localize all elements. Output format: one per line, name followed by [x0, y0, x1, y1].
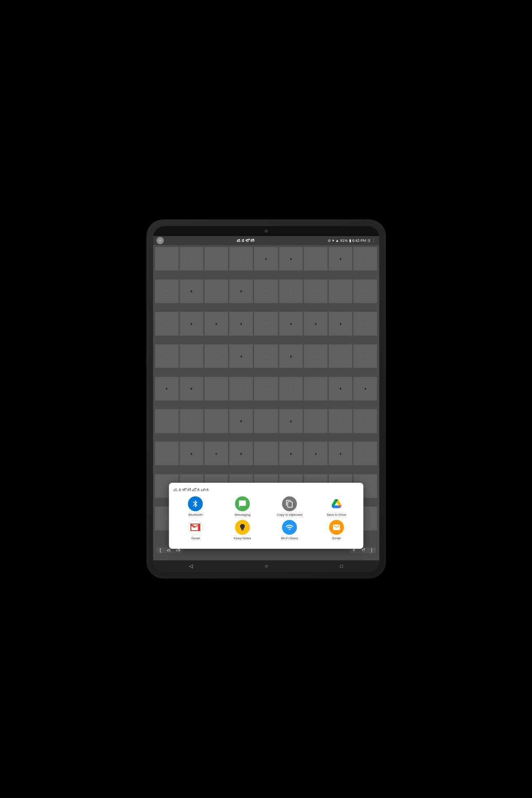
keep-icon: [239, 523, 247, 531]
grid-cell-15[interactable]: □: [304, 279, 328, 303]
grid-cell-27[interactable]: □: [155, 344, 179, 368]
gmail-icon-bg: [188, 520, 203, 535]
grid-cell-31[interactable]: □: [254, 344, 278, 368]
status-right: ⊘ ▾ ▲ 81% ▮ 6:42 PM 7 ⋮: [328, 238, 376, 243]
grid-cell-7[interactable]: ♦: [329, 247, 352, 271]
grid-cell-23[interactable]: ♦: [279, 312, 303, 335]
grid-cell-10[interactable]: ♦: [180, 279, 203, 303]
share-email[interactable]: Email: [314, 520, 358, 541]
grid-cell-2[interactable]: □: [204, 247, 228, 271]
grid-cell-59[interactable]: ♦: [279, 441, 303, 465]
grid-cell-44[interactable]: ♦: [353, 377, 377, 401]
grid-cell-38[interactable]: □: [204, 377, 228, 401]
grid-cell-42[interactable]: □: [304, 377, 328, 401]
wifi-direct-icon: [285, 523, 293, 531]
grid-cell-57[interactable]: ♦: [229, 441, 253, 465]
grid-cell-1[interactable]: □: [180, 247, 203, 271]
nav-bar: ◁ ○ □: [153, 560, 379, 572]
grid-cell-32[interactable]: ♦: [279, 344, 303, 368]
key-left-brace[interactable]: {: [156, 547, 165, 553]
share-bluetooth[interactable]: Bluetooth: [174, 496, 218, 517]
status-bar: ⊙ ಪದಶ್ರೀ ⊘ ▾ ▲ 81% ▮ 6:42 PM 7 ⋮: [153, 236, 379, 245]
grid-cell-5[interactable]: ♦: [279, 247, 303, 271]
share-drive[interactable]: Save to Drive: [314, 496, 358, 517]
grid-cell-14[interactable]: □: [279, 279, 303, 303]
home-button[interactable]: ○: [265, 563, 268, 569]
grid-cell-18[interactable]: □: [155, 312, 179, 335]
camera-dot: [265, 229, 268, 233]
grid-cell-19[interactable]: ♦: [180, 312, 203, 335]
grid-cell-34[interactable]: □: [329, 344, 352, 368]
bluetooth-icon-bg: [188, 496, 203, 511]
share-clipboard[interactable]: Copy to clipboard: [267, 496, 311, 517]
messaging-label: Messaging: [234, 513, 251, 517]
grid-cell-49[interactable]: □: [254, 409, 278, 433]
recents-button[interactable]: □: [340, 563, 343, 569]
status-left: ⊙: [156, 237, 164, 244]
grid-cell-37[interactable]: ♦: [180, 377, 203, 401]
share-row-2: Gmail Keep Notes: [174, 520, 358, 541]
device-screen: ⊙ ಪದಶ್ರೀ ⊘ ▾ ▲ 81% ▮ 6:42 PM 7 ⋮: [153, 226, 379, 572]
share-row-1: Bluetooth Messaging: [174, 496, 358, 517]
time-display: 6:42 PM: [352, 238, 366, 243]
share-messaging[interactable]: Messaging: [221, 496, 265, 517]
grid-cell-12[interactable]: ♦: [229, 279, 253, 303]
overflow-menu-icon[interactable]: ⋮: [372, 238, 376, 243]
grid-cell-55[interactable]: ♦: [180, 441, 203, 465]
grid-cell-47[interactable]: □: [204, 409, 228, 433]
messaging-icon-bg: [235, 496, 250, 511]
grid-cell-25[interactable]: ♦: [329, 312, 352, 335]
share-wifi-direct[interactable]: Wi-Fi Direct: [267, 520, 311, 541]
grid-cell-11[interactable]: □: [204, 279, 228, 303]
grid-cell-51[interactable]: □: [304, 409, 328, 433]
app-notification-icon: ⊙: [156, 237, 164, 244]
grid-cell-33[interactable]: □: [304, 344, 328, 368]
grid-cell-52[interactable]: □: [329, 409, 352, 433]
grid-cell-56[interactable]: ♦: [204, 441, 228, 465]
grid-cell-62[interactable]: □: [353, 441, 377, 465]
grid-cell-4[interactable]: ♦: [254, 247, 278, 271]
key-right-brace[interactable]: }: [368, 547, 376, 553]
grid-cell-58[interactable]: □: [254, 441, 278, 465]
drive-icon: [331, 499, 341, 509]
grid-cell-46[interactable]: □: [180, 409, 203, 433]
grid-cell-16[interactable]: □: [329, 279, 352, 303]
grid-cell-8[interactable]: □: [353, 247, 377, 271]
grid-cell-39[interactable]: □: [229, 377, 253, 401]
grid-cell-20[interactable]: ♦: [204, 312, 228, 335]
grid-cell-41[interactable]: □: [279, 377, 303, 401]
share-gmail[interactable]: Gmail: [174, 520, 218, 541]
grid-cell-43[interactable]: ♦: [329, 377, 352, 401]
share-keep[interactable]: Keep Notes: [221, 520, 265, 541]
battery-icon: ▮: [349, 238, 351, 243]
grid-cell-26[interactable]: □: [353, 312, 377, 335]
grid-cell-28[interactable]: □: [180, 344, 203, 368]
grid-cell-60[interactable]: ♦: [304, 441, 328, 465]
grid-cell-6[interactable]: □: [304, 247, 328, 271]
grid-cell-45[interactable]: □: [155, 409, 179, 433]
grid-cell-21[interactable]: ♦: [229, 312, 253, 335]
device-frame: ⊙ ಪದಶ್ರೀ ⊘ ▾ ▲ 81% ▮ 6:42 PM 7 ⋮: [147, 220, 386, 578]
email-icon-bg: [329, 520, 344, 535]
grid-cell-3[interactable]: □: [229, 247, 253, 271]
grid-cell-22[interactable]: □: [254, 312, 278, 335]
grid-cell-24[interactable]: ♦: [304, 312, 328, 335]
bluetooth-icon: [192, 500, 200, 508]
app-title-status: ಪದಶ್ರೀ: [237, 238, 254, 243]
grid-cell-30[interactable]: ♦: [229, 344, 253, 368]
grid-cell-48[interactable]: ♦: [229, 409, 253, 433]
grid-cell-0[interactable]: □: [155, 247, 179, 271]
grid-cell-9[interactable]: □: [155, 279, 179, 303]
grid-cell-50[interactable]: ♦: [279, 409, 303, 433]
grid-cell-53[interactable]: □: [353, 409, 377, 433]
grid-cell-40[interactable]: □: [254, 377, 278, 401]
grid-cell-17[interactable]: □: [353, 279, 377, 303]
back-button[interactable]: ◁: [189, 563, 193, 569]
grid-cell-35[interactable]: □: [353, 344, 377, 368]
battery-percent: 81%: [340, 238, 348, 243]
grid-cell-61[interactable]: ♦: [329, 441, 352, 465]
grid-cell-54[interactable]: □: [155, 441, 179, 465]
grid-cell-29[interactable]: □: [204, 344, 228, 368]
grid-cell-36[interactable]: ♦: [155, 377, 179, 401]
grid-cell-13[interactable]: □: [254, 279, 278, 303]
